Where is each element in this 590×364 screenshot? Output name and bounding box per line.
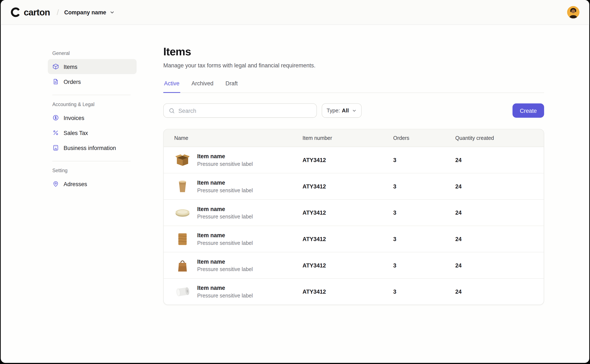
sidebar-divider: [52, 161, 131, 161]
orders-count: 3: [393, 210, 455, 216]
sidebar-section-label-accounting: Accounting & Legal: [52, 102, 137, 107]
search-input[interactable]: [178, 108, 312, 114]
sidebar-item-invoices[interactable]: Invoices: [48, 110, 137, 125]
content-area: General Items Orde: [1, 25, 589, 363]
top-bar: carton / Company name: [1, 0, 589, 25]
item-subtitle: Pressure sensitive label: [197, 214, 253, 220]
main-content: Items Manage your tax forms with legal a…: [164, 46, 544, 363]
table-row[interactable]: Item name Pressure sensitive label ATY34…: [164, 147, 544, 174]
document-icon: [52, 78, 59, 85]
page-title: Items: [164, 46, 544, 58]
tab-active[interactable]: Active: [164, 80, 180, 93]
orders-count: 3: [393, 236, 455, 242]
item-name: Item name: [197, 285, 253, 291]
table-header: Name Item number Orders Quantity created: [164, 130, 544, 147]
quantity-created: 24: [455, 183, 544, 189]
item-name: Item name: [197, 258, 253, 265]
type-filter-label: Type:: [327, 108, 340, 114]
chevron-down-icon: [352, 108, 357, 113]
quantity-created: 24: [455, 289, 544, 295]
search-box[interactable]: [164, 104, 317, 118]
orders-count: 3: [393, 289, 455, 295]
tab-bar: Active Archived Draft: [164, 80, 544, 93]
item-subtitle: Pressure sensitive label: [197, 187, 253, 193]
table-row[interactable]: Item name Pressure sensitive label ATY34…: [164, 226, 544, 253]
sidebar-item-label: Adresses: [64, 181, 87, 187]
tab-archived[interactable]: Archived: [191, 80, 214, 93]
carton-logo-icon: [11, 7, 21, 17]
table-row[interactable]: Item name Pressure sensitive label ATY34…: [164, 200, 544, 226]
item-thumbnail-round-container: [174, 204, 191, 221]
orders-count: 3: [393, 157, 455, 163]
logo-wordmark: carton: [24, 7, 50, 18]
item-number: ATY3412: [302, 262, 393, 268]
item-subtitle: Pressure sensitive label: [197, 292, 253, 299]
sidebar-item-sales-tax[interactable]: Sales Tax: [48, 125, 137, 140]
table-row[interactable]: Item name Pressure sensitive label ATY34…: [164, 279, 544, 305]
column-header-name: Name: [174, 135, 302, 141]
company-selector[interactable]: Company name: [64, 9, 115, 15]
create-button[interactable]: Create: [512, 104, 544, 118]
sidebar-item-label: Business information: [64, 144, 116, 151]
name-cell: Item name Pressure sensitive label: [174, 204, 302, 221]
item-thumbnail-paper-cup: [174, 178, 191, 195]
name-cell: Item name Pressure sensitive label: [174, 152, 302, 168]
orders-count: 3: [393, 262, 455, 268]
name-cell: Item name Pressure sensitive label: [174, 178, 302, 195]
screenshot-stage: carton / Company name General: [0, 0, 590, 364]
name-cell: Item name Pressure sensitive label: [174, 231, 302, 247]
user-avatar[interactable]: [567, 6, 579, 18]
sidebar-divider: [52, 95, 131, 95]
item-subtitle: Pressure sensitive label: [197, 240, 253, 246]
carton-logo[interactable]: carton: [11, 7, 50, 18]
item-name: Item name: [197, 206, 253, 212]
sidebar-item-business-information[interactable]: Business information: [48, 140, 137, 155]
item-name: Item name: [197, 232, 253, 239]
quantity-created: 24: [455, 236, 544, 242]
sidebar-section-label-general: General: [52, 51, 137, 56]
item-number: ATY3412: [302, 289, 393, 295]
sidebar-item-adresses[interactable]: Adresses: [48, 176, 137, 191]
page-subtitle: Manage your tax forms with legal and fin…: [164, 62, 544, 68]
item-name: Item name: [197, 153, 253, 160]
item-number: ATY3412: [302, 210, 393, 216]
name-cell: Item name Pressure sensitive label: [174, 284, 302, 300]
item-subtitle: Pressure sensitive label: [197, 161, 253, 167]
sidebar-section-label-setting: Setting: [52, 168, 137, 173]
company-name-label: Company name: [64, 9, 106, 15]
sidebar: General Items Orde: [1, 25, 164, 363]
dollar-circle-icon: [52, 114, 59, 121]
orders-count: 3: [393, 183, 455, 189]
sidebar-item-orders[interactable]: Orders: [48, 74, 137, 89]
items-table: Name Item number Orders Quantity created: [164, 129, 544, 305]
cube-icon: [52, 63, 59, 70]
name-cell: Item name Pressure sensitive label: [174, 257, 302, 273]
item-number: ATY3412: [302, 183, 393, 189]
item-name: Item name: [197, 180, 253, 186]
item-thumbnail-cardboard-box: [174, 152, 191, 168]
sidebar-item-label: Sales Tax: [64, 130, 88, 136]
item-thumbnail-kraft-paper: [174, 231, 191, 247]
type-filter-dropdown[interactable]: Type: All: [322, 104, 362, 118]
table-row[interactable]: Item name Pressure sensitive label ATY34…: [164, 173, 544, 200]
sidebar-item-label: Items: [64, 63, 77, 70]
table-row[interactable]: Item name Pressure sensitive label ATY34…: [164, 253, 544, 279]
item-subtitle: Pressure sensitive label: [197, 266, 253, 272]
search-icon: [169, 108, 175, 114]
item-number: ATY3412: [302, 236, 393, 242]
sidebar-item-items[interactable]: Items: [48, 59, 137, 74]
quantity-created: 24: [455, 157, 544, 163]
map-pin-icon: [52, 180, 59, 187]
sidebar-item-label: Invoices: [64, 115, 84, 121]
column-header-quantity-created: Quantity created: [455, 135, 544, 141]
sidebar-item-label: Orders: [64, 78, 81, 85]
toolbar: Type: All Create: [164, 104, 544, 118]
quantity-created: 24: [455, 262, 544, 268]
tab-draft[interactable]: Draft: [225, 80, 238, 93]
building-icon: [52, 144, 59, 151]
percent-icon: [52, 129, 59, 136]
quantity-created: 24: [455, 210, 544, 216]
item-thumbnail-paper-bag: [174, 257, 191, 273]
item-thumbnail-label-roll: [174, 284, 191, 300]
chevron-down-icon: [110, 9, 115, 15]
